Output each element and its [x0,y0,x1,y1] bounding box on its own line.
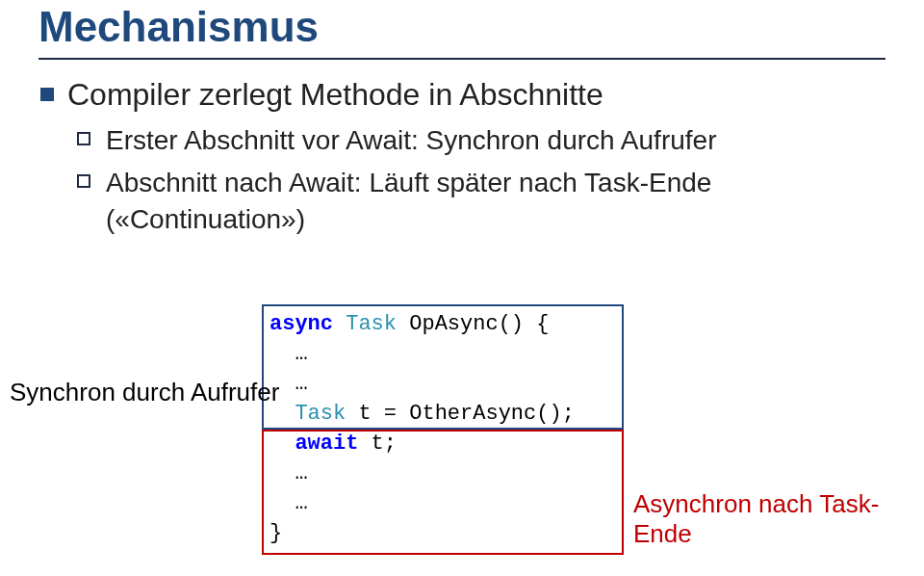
code-pre: async Task OpAsync() { … … Task t = Othe… [270,309,622,548]
slide: Mechanismus Compiler zerlegt Methode in … [0,0,924,576]
ellipsis-2: … [295,372,307,396]
caller-label: Synchron durch Aufrufer [10,378,279,407]
bullet-level2-b: Abschnitt nach Await: Läuft später nach … [38,165,886,238]
type-task-2: Task [295,402,346,426]
bullet-level1: Compiler zerlegt Methode in Abschnitte [38,77,886,113]
fn-sig: OpAsync() { [397,312,549,336]
type-task: Task [346,312,397,336]
title-divider [38,58,886,60]
async-end-label: Asynchron nach Task-Ende [633,489,924,549]
await-tail: t; [358,432,397,456]
bullet-level2-a: Erster Abschnitt vor Await: Synchron dur… [38,122,886,159]
page-title: Mechanismus [38,0,886,48]
decl-tail: t = OtherAsync(); [346,402,575,426]
ellipsis-4: … [295,491,307,515]
ellipsis-3: … [295,461,307,485]
close-brace: } [270,521,282,545]
kw-await: await [295,432,358,456]
ellipsis-1: … [295,342,307,366]
code-block: async Task OpAsync() { … … Task t = Othe… [270,309,622,548]
bullet-list: Compiler zerlegt Methode in Abschnitte E… [38,77,886,237]
kw-async: async [270,312,333,336]
